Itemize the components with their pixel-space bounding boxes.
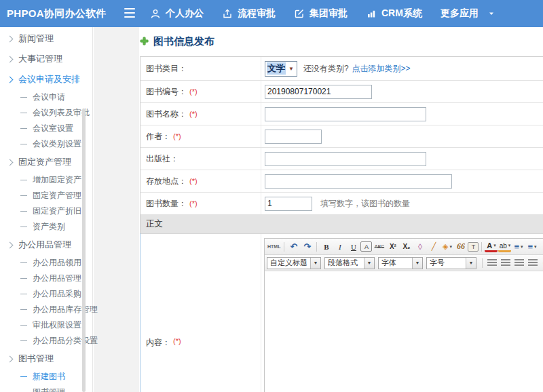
content-gutter	[94, 27, 139, 392]
html-source-button[interactable]: HTML	[267, 241, 281, 252]
eraser-icon[interactable]: ◊	[413, 241, 426, 252]
sidebar-item-meeting-apply[interactable]: 会议申请	[0, 90, 92, 105]
category-note: 还没有类别?	[303, 63, 349, 75]
font-style-button[interactable]: A	[360, 241, 372, 252]
blockquote-button[interactable]: 66	[454, 241, 467, 252]
sidebar-group-fixed-assets[interactable]: 固定资产管理	[0, 152, 92, 172]
editor-content-area[interactable]	[265, 271, 543, 392]
align-left-icon[interactable]	[485, 257, 498, 269]
nav-workflow-approval[interactable]: 流程审批	[222, 7, 276, 20]
align-center-icon[interactable]	[499, 257, 512, 269]
format-brush-icon[interactable]: ╱	[427, 241, 440, 252]
chevron-right-icon	[7, 355, 14, 362]
nav-personal-office[interactable]: 个人办公	[150, 7, 204, 20]
paste-text-icon[interactable]: T	[468, 242, 479, 252]
dash-icon	[20, 227, 27, 227]
chevron-right-icon	[7, 159, 14, 165]
custom-title-select[interactable]: 自定义标题▼	[267, 257, 321, 269]
sidebar-item-meeting-category[interactable]: 会议类别设置	[0, 136, 92, 152]
sidebar-group-news[interactable]: 新闻管理	[0, 28, 92, 49]
sidebar-item-book-manage[interactable]: 图书管理	[0, 385, 92, 392]
sidebar-item-asset-manage[interactable]: 固定资产管理	[0, 188, 92, 203]
sidebar-item-supplies-manage[interactable]: 办公用品管理	[0, 271, 92, 286]
paragraph-format-select[interactable]: 段落格式▼	[324, 257, 375, 269]
location-input[interactable]	[265, 174, 452, 189]
sidebar-item-add-asset[interactable]: 增加固定资产	[0, 172, 92, 188]
more-apps-caret-icon[interactable]	[487, 9, 495, 18]
sidebar-item-supplies-category[interactable]: 办公用品分类设置	[0, 333, 92, 349]
nav-more-apps[interactable]: 更多应用	[441, 7, 479, 20]
toolbar-separator	[481, 242, 482, 252]
dash-icon	[20, 211, 27, 212]
workflow-icon	[222, 8, 233, 19]
superscript-button[interactable]: X²	[386, 241, 399, 252]
sidebar-item-asset-category[interactable]: 资产类别	[0, 219, 92, 235]
sidebar-group-memorabilia[interactable]: 大事记管理	[0, 49, 92, 69]
dash-icon	[20, 113, 27, 113]
insert-link-icon[interactable]: ∞	[540, 257, 543, 269]
page-title-row: 图书信息发布	[139, 27, 543, 48]
highlight-color-button[interactable]: ab	[498, 241, 511, 252]
sidebar-item-supplies-claim[interactable]: 办公用品领用	[0, 255, 92, 271]
redo-icon[interactable]: ↷	[301, 241, 314, 252]
dash-icon	[20, 278, 27, 279]
sidebar-group-office-supplies[interactable]: 办公用品管理	[0, 235, 92, 255]
font-color-button[interactable]: A	[485, 241, 498, 252]
subscript-button[interactable]: X₂	[400, 241, 413, 252]
required-mark: (*)	[189, 87, 198, 96]
chevron-right-icon	[7, 56, 14, 62]
dash-icon	[20, 128, 27, 129]
add-category-link[interactable]: 点击添加类别>>	[352, 63, 411, 75]
font-family-select[interactable]: 字体▼	[378, 257, 423, 269]
author-input[interactable]	[265, 130, 322, 144]
select-caret-icon: ▼	[310, 258, 320, 269]
toolbar-separator	[482, 258, 483, 268]
dash-icon	[20, 97, 27, 98]
sidebar-item-new-book[interactable]: 新建图书	[0, 369, 92, 385]
nav-crm-system[interactable]: CRM系统	[366, 7, 422, 20]
paint-color-icon[interactable]: ◈	[441, 241, 453, 252]
chevron-right-icon	[7, 76, 14, 83]
app-logo: PHPOA协同办公软件	[7, 0, 107, 27]
sidebar-group-meeting[interactable]: 会议申请及安排	[0, 69, 92, 90]
required-mark: (*)	[173, 337, 181, 345]
italic-button[interactable]: I	[333, 241, 346, 252]
field-label: 图书数量：(*)	[141, 193, 261, 214]
sidebar-item-supplies-purchase[interactable]: 办公用品采购	[0, 286, 92, 302]
font-size-select[interactable]: 字号▼	[426, 257, 476, 269]
publisher-input[interactable]	[265, 152, 426, 166]
dash-icon	[20, 309, 27, 310]
dash-icon	[20, 325, 27, 326]
quantity-hint: 填写数字，该图书的数量	[320, 198, 410, 210]
sidebar-group-books[interactable]: 图书管理	[0, 349, 92, 369]
underline-button[interactable]: U	[347, 241, 360, 252]
nav-group-approval[interactable]: 集团审批	[294, 7, 348, 20]
book-name-input[interactable]	[265, 107, 426, 121]
menu-toggle-icon[interactable]	[124, 8, 135, 18]
required-mark: (*)	[189, 110, 198, 118]
align-justify-icon[interactable]	[526, 257, 539, 269]
sidebar-item-asset-depreciation[interactable]: 固定资产折旧	[0, 203, 92, 219]
sidebar-item-approval-permission[interactable]: 审批权限设置	[0, 317, 92, 333]
book-number-input[interactable]	[265, 85, 372, 99]
strikethrough-button[interactable]: ABC	[373, 241, 386, 252]
bold-button[interactable]: B	[320, 241, 333, 252]
field-label: 图书类目：	[141, 57, 261, 80]
toolbar-separator	[284, 242, 284, 252]
dash-icon	[20, 376, 27, 377]
align-right-icon[interactable]	[512, 257, 525, 269]
category-select[interactable]: 文学 ▼	[265, 61, 297, 77]
editor-toolbar-row1: HTML ↶ ↷ B I U A ABC X² X₂ ◊ ╱	[265, 239, 543, 255]
quantity-input[interactable]	[265, 197, 312, 211]
required-mark: (*)	[189, 177, 198, 185]
form-row-category: 图书类目： 文学 ▼ 还没有类别? 点击添加类别>>	[141, 57, 543, 81]
dash-icon	[20, 180, 27, 180]
sidebar-item-meeting-room[interactable]: 会议室设置	[0, 121, 92, 136]
sidebar-item-supplies-stock[interactable]: 办公用品库存管理	[0, 302, 92, 317]
unordered-list-icon[interactable]: ≡	[525, 241, 538, 252]
sidebar-scrollbar[interactable]	[82, 109, 86, 392]
ordered-list-icon[interactable]: ≡	[512, 241, 525, 252]
sidebar-item-meeting-list[interactable]: 会议列表及审批	[0, 105, 92, 121]
select-caret-icon: ▼	[364, 258, 374, 269]
undo-icon[interactable]: ↶	[287, 241, 300, 252]
